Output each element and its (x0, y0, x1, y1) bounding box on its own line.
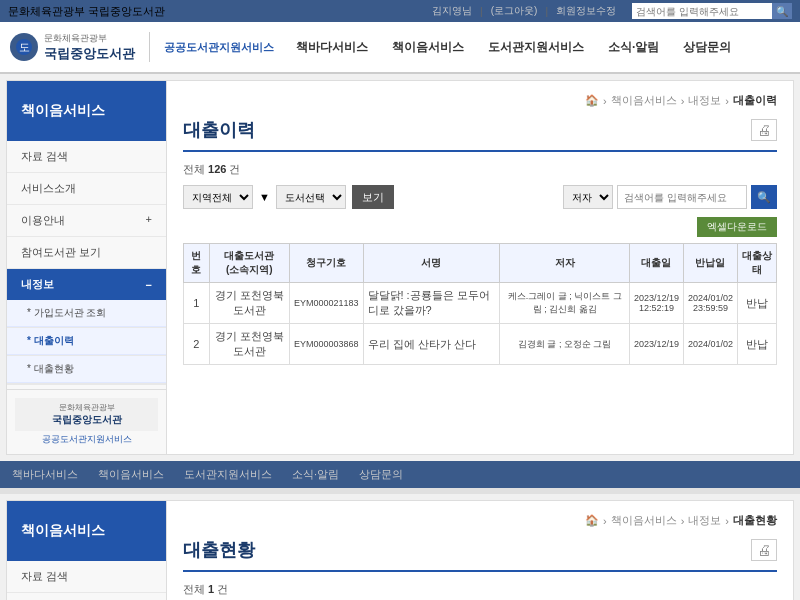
nav-item-0[interactable]: 책바다서비스 (294, 35, 370, 60)
page-title-1: 대출이력 (183, 118, 255, 142)
sidebar2-item-search[interactable]: 자료 검색 (7, 561, 166, 593)
loan-history-table: 번호 대출도서관(소속지역) 청구기호 서명 저자 대출일 반납일 대출상태 1… (183, 243, 777, 365)
home-icon: 🏠 (585, 94, 599, 107)
logo-top-text: 문화체육관광부 (44, 32, 135, 45)
footer-nav-3[interactable]: 소식·알림 (292, 467, 339, 482)
excel-download-area: 엑셀다운로드 (183, 217, 777, 237)
breadcrumb-2: 🏠 › 책이음서비스 › 내정보 › 대출현황 (183, 513, 777, 528)
th-title: 서명 (363, 244, 500, 283)
sidebar-section2: 책이음서비스 자료 검색 서비스소개 이용안내 + 참여도서관 보기 내정보 *… (7, 501, 167, 600)
sidebar-item-myinfo[interactable]: 내정보 * 가입도서관 조회 * 대출이력 * 대출현황 (7, 269, 166, 385)
sidebar-title-2: 책이음서비스 (7, 501, 166, 561)
footer-nav-2[interactable]: 도서관지원서비스 (184, 467, 272, 482)
nav-item-2[interactable]: 도서관지원서비스 (486, 35, 586, 60)
main-content-section1: 🏠 › 책이음서비스 › 내정보 › 대출이력 대출이력 🖨 전체 126 건 … (167, 81, 793, 454)
sidebar-item-library[interactable]: 참여도서관 보기 (7, 237, 166, 269)
section-gap (0, 488, 800, 494)
logo-main-text: 국립중앙도서관 (44, 45, 135, 63)
logo-text-area: 문화체육관광부 국립중앙도서관 (44, 32, 135, 63)
filter-region-1[interactable]: 지역전체 (183, 185, 253, 209)
print-icon-1[interactable]: 🖨 (751, 119, 777, 141)
home-icon-2: 🏠 (585, 514, 599, 527)
sidebar-item-search[interactable]: 자료 검색 (7, 141, 166, 173)
page-title-area-2: 대출현황 🖨 (183, 538, 777, 572)
nav-item-1[interactable]: 책이음서비스 (390, 35, 466, 60)
profile-edit-link[interactable]: 회원정보수정 (556, 4, 616, 18)
svg-text:도: 도 (19, 41, 30, 53)
sidebar-section1: 책이음서비스 자료 검색 서비스소개 이용안내 + 참여도서관 보기 내정보 *… (7, 81, 167, 454)
table-row: 2 경기 포천영북도서관 EYM000003868 우리 집에 산타가 산다 김… (184, 324, 777, 365)
filter-library-1[interactable]: 도서선택 (276, 185, 346, 209)
top-search-button[interactable]: 🔍 (772, 3, 792, 19)
breadcrumb-1: 🏠 › 책이음서비스 › 내정보 › 대출이력 (183, 93, 777, 108)
sidebar-item-intro[interactable]: 서비스소개 (7, 173, 166, 205)
search-btn-1[interactable]: 🔍 (751, 185, 777, 209)
sidebar-footer-logo-1: 문화체육관광부 국립중앙도서관 (15, 398, 158, 431)
total-count-2: 전체 1 건 (183, 582, 777, 597)
top-bar-left-text: 문화체육관광부 국립중앙도서관 (8, 4, 165, 19)
filter-btn-1[interactable]: 보기 (352, 185, 394, 209)
logout-link[interactable]: (로그아웃) (491, 4, 538, 18)
sidebar-submenu-myinfo: * 가입도서관 조회 * 대출이력 * 대출현황 (7, 300, 166, 384)
page-title-area-1: 대출이력 🖨 (183, 118, 777, 152)
top-bar: 문화체육관광부 국립중앙도서관 김지영님 | (로그아웃) | 회원정보수정 🔍 (0, 0, 800, 22)
page-title-2: 대출현황 (183, 538, 255, 562)
sidebar-menu-1: 자료 검색 서비스소개 이용안내 + 참여도서관 보기 내정보 * 가입도서관 … (7, 141, 166, 385)
sidebar-item-guide[interactable]: 이용안내 + (7, 205, 166, 237)
logo-sub-text: 공공도서관지원서비스 (164, 40, 274, 55)
th-status: 대출상태 (737, 244, 776, 283)
table-row: 1 경기 포천영북도서관 EYM000021183 달달닭! :공룡들은 모두어… (184, 283, 777, 324)
section-loan-current: 책이음서비스 자료 검색 서비스소개 이용안내 + 참여도서관 보기 내정보 *… (6, 500, 794, 600)
search-bar-right-1: 저자 🔍 (563, 185, 777, 209)
filter-bar-1: 지역전체 ▼ 도서선택 보기 저자 🔍 (183, 185, 777, 209)
nav-item-3[interactable]: 소식·알림 (606, 35, 661, 60)
th-library: 대출도서관(소속지역) (209, 244, 289, 283)
sidebar-footer-1: 문화체육관광부 국립중앙도서관 공공도서관지원서비스 (7, 389, 166, 454)
main-nav: 책바다서비스 책이음서비스 도서관지원서비스 소식·알림 상담문의 (294, 35, 733, 60)
sidebar-sub-item-current[interactable]: * 대출현황 (7, 356, 166, 384)
logo-divider (149, 32, 150, 62)
sidebar-menu-2: 자료 검색 서비스소개 이용안내 + 참여도서관 보기 내정보 * 가입도서관 … (7, 561, 166, 600)
footer-nav-0[interactable]: 책바다서비스 (12, 467, 78, 482)
th-returndate: 반납일 (683, 244, 737, 283)
top-bar-right: 김지영님 | (로그아웃) | 회원정보수정 🔍 (432, 3, 792, 19)
th-author: 저자 (500, 244, 629, 283)
sidebar-title-1: 책이음서비스 (7, 81, 166, 141)
filter-arrow: ▼ (259, 191, 270, 203)
user-name: 김지영님 (432, 4, 472, 18)
sidebar-sub-item-join[interactable]: * 가입도서관 조회 (7, 300, 166, 328)
search-input-1[interactable] (617, 185, 747, 209)
total-count-1: 전체 126 건 (183, 162, 777, 177)
section-loan-history: 책이음서비스 자료 검색 서비스소개 이용안내 + 참여도서관 보기 내정보 *… (6, 80, 794, 455)
table-header-row: 번호 대출도서관(소속지역) 청구기호 서명 저자 대출일 반납일 대출상태 (184, 244, 777, 283)
sidebar2-item-intro[interactable]: 서비스소개 (7, 593, 166, 600)
main-content-section2: 🏠 › 책이음서비스 › 내정보 › 대출현황 대출현황 🖨 전체 1 건 지역… (167, 501, 793, 600)
nav-item-4[interactable]: 상담문의 (681, 35, 733, 60)
search-category-1[interactable]: 저자 (563, 185, 613, 209)
print-icon-2[interactable]: 🖨 (751, 539, 777, 561)
footer-nav-1[interactable]: 책이음서비스 (98, 467, 164, 482)
logo-area: 도 문화체육관광부 국립중앙도서관 공공도서관지원서비스 (10, 32, 274, 63)
top-search-input[interactable] (632, 3, 772, 19)
top-search-box: 🔍 (624, 3, 792, 19)
footer-nav-4[interactable]: 상담문의 (359, 467, 403, 482)
sidebar-sub-item-history[interactable]: * 대출이력 (7, 328, 166, 356)
header: 도 문화체육관광부 국립중앙도서관 공공도서관지원서비스 책바다서비스 책이음서… (0, 22, 800, 74)
footer-nav: 책바다서비스 책이음서비스 도서관지원서비스 소식·알림 상담문의 (0, 461, 800, 488)
th-num: 번호 (184, 244, 210, 283)
loan-history-tbody: 1 경기 포천영북도서관 EYM000021183 달달닭! :공룡들은 모두어… (184, 283, 777, 365)
th-loandate: 대출일 (629, 244, 683, 283)
excel-download-btn[interactable]: 엑셀다운로드 (697, 217, 777, 237)
logo-icon: 도 (10, 33, 38, 61)
th-callnum: 청구기호 (289, 244, 363, 283)
